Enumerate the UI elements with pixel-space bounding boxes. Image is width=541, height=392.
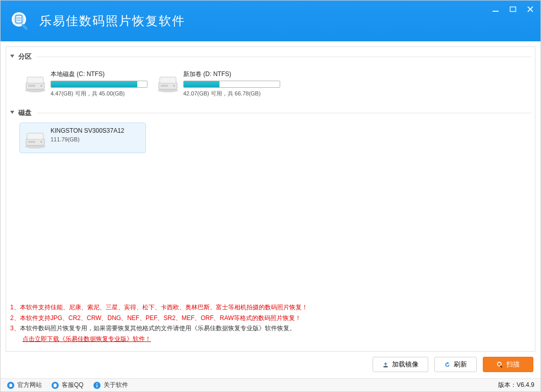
home-icon xyxy=(7,381,15,389)
statusbar-label: 官方网站 xyxy=(17,381,42,389)
usage-bar xyxy=(183,81,280,88)
svg-rect-8 xyxy=(510,7,516,12)
svg-rect-26 xyxy=(383,366,387,367)
svg-point-31 xyxy=(54,383,57,387)
drive-status: 42.07(GB) 可用，共 66.78(GB) xyxy=(183,90,280,97)
collapse-icon xyxy=(10,111,14,115)
action-bar: 加载镜像 刷新 扫描 xyxy=(6,352,535,378)
drive-icon xyxy=(24,75,46,93)
app-window: 乐易佳数码照片恢复软件 分区 xyxy=(0,0,541,392)
drive-name: 本地磁盘 (C: NTFS) xyxy=(51,70,147,79)
drive-name: 新加卷 (D: NTFS) xyxy=(183,70,280,79)
official-site-link[interactable]: 官方网站 xyxy=(7,381,42,389)
svg-rect-19 xyxy=(161,85,168,87)
disk-section-title: 磁盘 xyxy=(18,108,32,117)
download-link[interactable]: 点击立即下载《乐易佳数据恢复专业版》软件！ xyxy=(22,334,151,344)
partition-item[interactable]: 新加卷 (D: NTFS) 42.07(GB) 可用，共 66.78(GB) xyxy=(152,66,279,101)
svg-rect-7 xyxy=(493,11,499,12)
disk-size: 111.79(GB) xyxy=(51,136,141,142)
refresh-button[interactable]: 刷新 xyxy=(434,357,477,372)
notes-area: 1、 本软件支持佳能、尼康、索尼、三星、宾得、松下、卡西欧、奥林巴斯、富士等相机… xyxy=(9,298,532,346)
drive-icon xyxy=(24,131,46,150)
partition-list: 本地磁盘 (C: NTFS) 4.47(GB) 可用，共 45.00(GB) 新… xyxy=(9,64,532,106)
svg-rect-12 xyxy=(27,77,43,83)
disk-section: 磁盘 KINGSTON SV300S37A12 111.79(GB) xyxy=(9,107,532,158)
app-title: 乐易佳数码照片恢复软件 xyxy=(39,13,185,29)
svg-rect-14 xyxy=(28,85,35,87)
device-list: 分区 本地磁盘 (C: NTFS) 4.47(GB) 可用，共 45.00(GB… xyxy=(9,50,532,298)
svg-point-27 xyxy=(498,362,501,365)
disk-name: KINGSTON SV300S37A12 xyxy=(51,127,141,134)
statusbar-label: 关于软件 xyxy=(104,381,128,389)
statusbar-label: 客服QQ xyxy=(62,381,84,389)
window-controls xyxy=(489,5,536,14)
collapse-icon xyxy=(10,55,14,59)
svg-marker-20 xyxy=(10,111,14,114)
load-image-button[interactable]: 加载镜像 xyxy=(373,357,428,372)
note-line: 1、 本软件支持佳能、尼康、索尼、三星、宾得、松下、卡西欧、奥林巴斯、富士等相机… xyxy=(10,302,531,312)
disk-item[interactable]: KINGSTON SV300S37A12 111.79(GB) xyxy=(19,122,146,153)
svg-rect-33 xyxy=(96,385,97,387)
note-text: 本软件数码照片恢复专用，如果需要恢复其他格式的文件请使用《乐易佳数据恢复专业版》… xyxy=(20,323,296,333)
svg-point-18 xyxy=(174,85,175,87)
refresh-icon xyxy=(444,361,451,368)
device-panel: 分区 本地磁盘 (C: NTFS) 4.47(GB) 可用，共 45.00(GB… xyxy=(6,46,535,352)
close-button[interactable] xyxy=(524,5,536,14)
version-label: 版本：V6.4.9 xyxy=(498,381,534,389)
button-label: 扫描 xyxy=(506,360,520,369)
info-icon xyxy=(93,381,101,389)
app-logo-icon xyxy=(9,9,32,33)
note-text: 本软件支持佳能、尼康、索尼、三星、宾得、松下、卡西欧、奥林巴斯、富士等相机拍摄的… xyxy=(20,302,308,312)
scan-button[interactable]: 扫描 xyxy=(483,357,533,372)
partition-section: 分区 本地磁盘 (C: NTFS) 4.47(GB) 可用，共 45.00(GB… xyxy=(9,51,532,106)
note-line: 3、 本软件数码照片恢复专用，如果需要恢复其他格式的文件请使用《乐易佳数据恢复专… xyxy=(10,323,531,333)
partition-item[interactable]: 本地磁盘 (C: NTFS) 4.47(GB) 可用，共 45.00(GB) xyxy=(19,66,146,101)
note-text: 本软件支持JPG、CR2、CRW、DNG、NEF、PEF、SR2、MEF、ORF… xyxy=(20,313,301,323)
button-label: 加载镜像 xyxy=(392,360,419,369)
partition-section-header[interactable]: 分区 xyxy=(9,51,532,64)
svg-point-13 xyxy=(41,85,42,87)
note-line: 2、 本软件支持JPG、CR2、CRW、DNG、NEF、PEF、SR2、MEF、… xyxy=(10,313,531,323)
partition-section-title: 分区 xyxy=(18,52,32,61)
content-area: 分区 本地磁盘 (C: NTFS) 4.47(GB) 可用，共 45.00(GB… xyxy=(1,41,540,378)
usage-bar xyxy=(51,81,147,88)
qq-icon xyxy=(51,381,59,389)
button-label: 刷新 xyxy=(454,360,467,369)
search-icon xyxy=(497,361,503,368)
svg-marker-9 xyxy=(10,55,14,58)
svg-rect-34 xyxy=(96,383,97,384)
status-bar: 官方网站 客服QQ 关于软件 版本：V6.4.9 xyxy=(1,378,540,391)
about-link[interactable]: 关于软件 xyxy=(93,381,128,389)
minimize-button[interactable] xyxy=(489,5,502,14)
drive-icon xyxy=(157,75,179,93)
upload-icon xyxy=(382,361,389,368)
svg-rect-25 xyxy=(28,141,35,143)
disk-list: KINGSTON SV300S37A12 111.79(GB) xyxy=(9,120,532,158)
maximize-button[interactable] xyxy=(507,5,519,14)
svg-rect-28 xyxy=(500,365,502,368)
svg-rect-6 xyxy=(21,23,28,30)
svg-rect-17 xyxy=(160,77,176,83)
svg-rect-23 xyxy=(27,133,43,139)
title-bar: 乐易佳数码照片恢复软件 xyxy=(1,1,540,41)
disk-section-header[interactable]: 磁盘 xyxy=(9,107,532,120)
svg-point-24 xyxy=(41,141,42,143)
drive-status: 4.47(GB) 可用，共 45.00(GB) xyxy=(51,90,147,97)
customer-qq-link[interactable]: 客服QQ xyxy=(51,381,84,389)
